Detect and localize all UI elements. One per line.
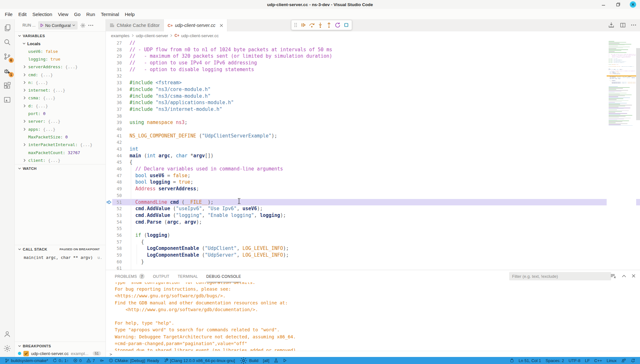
menu-terminal[interactable]: Terminal: [98, 12, 122, 17]
code-line[interactable]: 42: [106, 139, 640, 146]
activity-accounts[interactable]: [0, 327, 15, 341]
variable-row[interactable]: d: {...}: [15, 102, 105, 110]
more-icon[interactable]: [631, 22, 636, 28]
editor-scrollbar[interactable]: [636, 48, 640, 120]
code-line[interactable]: 49 Address serverAddress;: [106, 186, 640, 192]
code-line[interactable]: 59 LogComponentEnable ("UdpServer", LOG_…: [106, 252, 640, 259]
stop-icon[interactable]: [343, 22, 349, 28]
variable-row[interactable]: apps: {...}: [15, 125, 105, 133]
activity-run-and-debug[interactable]: 1: [0, 64, 15, 78]
breadcrumb-item[interactable]: udp-client-server.cc: [181, 33, 219, 38]
panel-tab-terminal[interactable]: TERMINAL: [178, 270, 198, 282]
code-line[interactable]: 55: [106, 225, 640, 232]
step-into-icon[interactable]: [317, 22, 324, 28]
watch-section-header[interactable]: WATCH: [15, 164, 105, 172]
activity-explorer[interactable]: [0, 21, 15, 35]
code-line[interactable]: 43int: [106, 146, 640, 153]
breadcrumb-item[interactable]: udp-client-server: [136, 33, 168, 38]
step-over-icon[interactable]: [308, 22, 315, 28]
continue-icon[interactable]: [300, 22, 306, 28]
console-prompt-row[interactable]: >: [106, 351, 640, 357]
clear-console-icon[interactable]: [611, 273, 616, 278]
console-filter-input[interactable]: Filter (e.g. text, !exclude): [509, 272, 611, 280]
status-indentation[interactable]: Spaces: 2: [543, 357, 567, 364]
variable-row[interactable]: maxPacketCount: 32767: [15, 149, 105, 156]
status-debug-status[interactable]: [97, 357, 106, 364]
variable-row[interactable]: csma: {...}: [15, 94, 105, 102]
tab-close-icon[interactable]: [220, 24, 223, 27]
minimap[interactable]: //// - UDP flow from n0 to n1 of 1024 by…: [607, 40, 636, 270]
status-notifications[interactable]: [628, 357, 637, 364]
step-out-icon[interactable]: [326, 22, 332, 28]
menu-view[interactable]: View: [55, 12, 71, 17]
status-encoding[interactable]: UTF-8: [566, 357, 583, 364]
variable-row[interactable]: server: {...}: [15, 118, 105, 125]
close-icon[interactable]: [630, 1, 636, 8]
menu-edit[interactable]: Edit: [15, 12, 29, 17]
breakpoints-section-header[interactable]: BREAKPOINTS: [15, 342, 105, 350]
code-line[interactable]: 52 cmd.AddValue ("useIpv6", "Use Ipv6", …: [106, 205, 640, 212]
breadcrumb-item[interactable]: examples: [111, 33, 130, 38]
activity-search[interactable]: [0, 35, 15, 49]
panel-tab-output[interactable]: OUTPUT: [153, 270, 169, 282]
stack-frame-row[interactable]: main(int argc, char ** argv) u.: [15, 253, 105, 261]
variables-section-header[interactable]: VARIABLES: [15, 31, 105, 40]
status-language-mode[interactable]: C++: [592, 357, 604, 364]
run-file-icon[interactable]: [608, 22, 615, 28]
panel-tab-problems[interactable]: PROBLEMS7: [115, 270, 145, 282]
code-line[interactable]: 40: [106, 126, 640, 133]
debug-console-output[interactable]: Type "show configuration" for configurat…: [106, 282, 640, 351]
variable-row[interactable]: cmd: {...}: [15, 71, 105, 79]
close-panel-icon[interactable]: [632, 273, 636, 278]
activity-source-control[interactable]: 6: [0, 49, 15, 64]
code-line[interactable]: 44main (int argc, char *argv[]): [106, 153, 640, 159]
code-line[interactable]: 50: [106, 192, 640, 199]
launch-configuration-dropdown[interactable]: No Configural: [38, 21, 78, 29]
status-cmake-status[interactable]: CMake: [Debug]: Ready: [106, 357, 162, 364]
status-sync-changes[interactable]: 0↓ 1↑: [50, 357, 71, 364]
panel-tab-debug-console[interactable]: DEBUG CONSOLE: [206, 270, 241, 282]
menu-run[interactable]: Run: [83, 12, 98, 17]
status-feedback[interactable]: [619, 357, 628, 364]
menu-file[interactable]: File: [2, 12, 15, 17]
code-line[interactable]: 57 {: [106, 239, 640, 245]
code-line[interactable]: 60 }: [106, 259, 640, 265]
status-warnings[interactable]: 7: [84, 357, 97, 364]
variable-row[interactable]: client: {...}: [15, 156, 105, 164]
code-line[interactable]: 30// - option to use IPv4 or IPv6 addres…: [106, 60, 640, 66]
status-cursor-position[interactable]: Ln 51, Col 1: [516, 357, 543, 364]
code-line[interactable]: 27//: [106, 40, 640, 46]
debug-settings-gear-icon[interactable]: [80, 23, 86, 28]
status-cmake-build[interactable]: Build: [237, 357, 261, 364]
code-line[interactable]: 38: [106, 113, 640, 120]
locals-scope-row[interactable]: Locals: [15, 40, 105, 47]
status-git-branch[interactable]: buildsystem-cmake*: [3, 357, 50, 364]
code-line[interactable]: 33#include <fstream>: [106, 79, 640, 86]
code-line[interactable]: 54 cmd.Parse (argc, argv);: [106, 219, 640, 226]
code-line[interactable]: 34#include "ns3/core-module.h": [106, 86, 640, 93]
more-actions-icon[interactable]: [88, 25, 93, 26]
tab-cmake-cache-editor[interactable]: CMake Cache Editor: [106, 19, 164, 31]
variable-row[interactable]: logging: true: [15, 55, 105, 63]
code-line[interactable]: 41NS_LOG_COMPONENT_DEFINE ("UdpClientSer…: [106, 133, 640, 139]
status-active-kit[interactable]: [Clang 12.0.0 x86_64-pc-linux-gnu]: [162, 357, 237, 364]
breakpoint-checkbox[interactable]: [23, 351, 29, 356]
breakpoint-row[interactable]: udp-client-server.cc exampl... 51: [15, 350, 105, 357]
code-line[interactable]: 37#include "ns3/internet-module.h": [106, 106, 640, 113]
minimize-icon[interactable]: [600, 1, 607, 8]
call-stack-section-header[interactable]: CALL STACK PAUSED ON BREAKPOINT: [15, 245, 105, 253]
variable-row[interactable]: n: {...}: [15, 79, 105, 86]
code-line[interactable]: 56 if (logging): [106, 232, 640, 239]
status-launch-target[interactable]: [281, 357, 289, 364]
code-line[interactable]: 46 // Declare variables used in command-…: [106, 166, 640, 172]
restart-icon[interactable]: [334, 22, 341, 28]
variable-row[interactable]: serverAddress: {...}: [15, 63, 105, 71]
variable-row[interactable]: interPacketInterval: {...}: [15, 141, 105, 149]
activity-extensions[interactable]: [0, 78, 15, 93]
status-errors[interactable]: 0: [71, 357, 84, 364]
variable-row[interactable]: port: 0: [15, 110, 105, 117]
code-line[interactable]: 32: [106, 73, 640, 79]
status-build-target[interactable]: [all]: [261, 357, 272, 364]
code-line[interactable]: 35#include "ns3/csma-module.h": [106, 93, 640, 100]
code-line[interactable]: 45{: [106, 159, 640, 166]
